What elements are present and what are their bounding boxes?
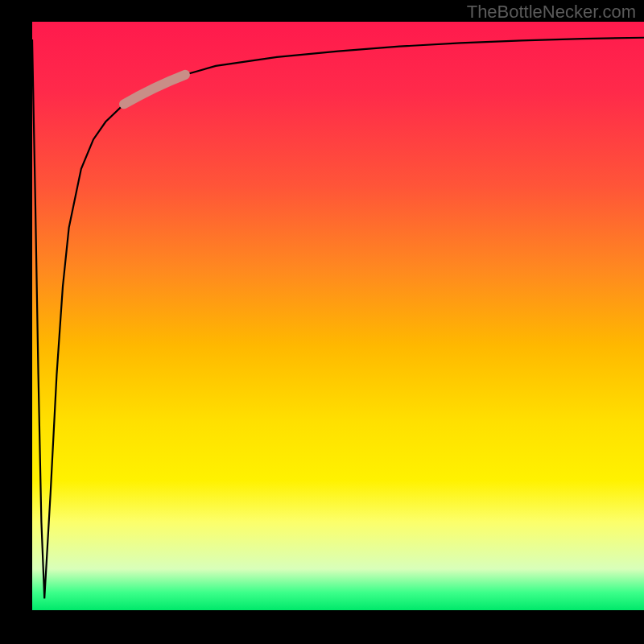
watermark-text: TheBottleNecker.com [467, 2, 636, 23]
curve-highlight-pill [124, 75, 185, 105]
bottleneck-curve [32, 38, 644, 599]
chart-plot-area [32, 22, 644, 610]
chart-svg [32, 22, 644, 610]
